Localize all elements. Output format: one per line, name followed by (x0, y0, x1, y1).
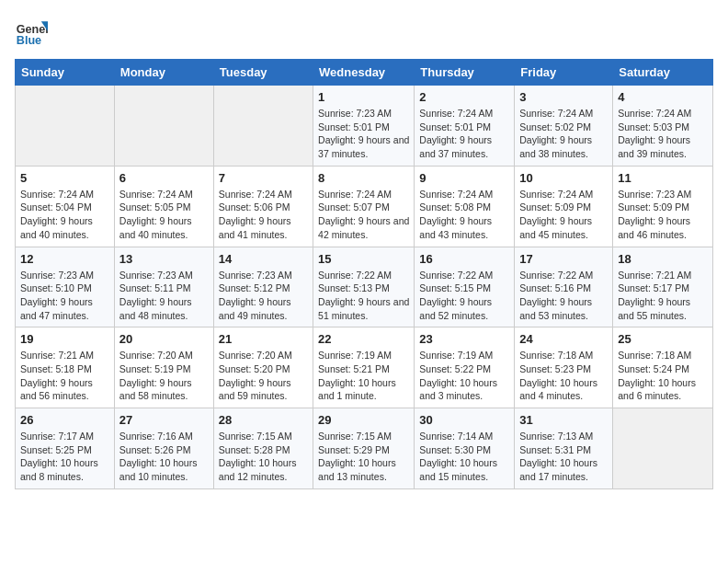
day-number: 27 (119, 413, 209, 427)
calendar-cell: 14Sunrise: 7:23 AM Sunset: 5:12 PM Dayli… (213, 247, 313, 327)
day-info: Sunrise: 7:23 AM Sunset: 5:11 PM Dayligh… (119, 269, 209, 323)
day-info: Sunrise: 7:22 AM Sunset: 5:15 PM Dayligh… (419, 269, 509, 323)
day-info: Sunrise: 7:24 AM Sunset: 5:06 PM Dayligh… (219, 188, 308, 242)
day-info: Sunrise: 7:24 AM Sunset: 5:07 PM Dayligh… (318, 188, 409, 242)
weekday-header-row: SundayMondayTuesdayWednesdayThursdayFrid… (16, 60, 713, 86)
day-number: 22 (318, 332, 409, 346)
calendar-cell (213, 86, 313, 167)
calendar-week-row: 26Sunrise: 7:17 AM Sunset: 5:25 PM Dayli… (16, 408, 713, 489)
day-info: Sunrise: 7:23 AM Sunset: 5:12 PM Dayligh… (219, 269, 308, 323)
day-number: 17 (519, 252, 608, 266)
day-info: Sunrise: 7:24 AM Sunset: 5:04 PM Dayligh… (20, 188, 109, 242)
weekday-header-cell: Wednesday (313, 60, 415, 86)
day-info: Sunrise: 7:24 AM Sunset: 5:09 PM Dayligh… (519, 188, 608, 242)
calendar-cell: 11Sunrise: 7:23 AM Sunset: 5:09 PM Dayli… (613, 166, 713, 247)
calendar-table: SundayMondayTuesdayWednesdayThursdayFrid… (15, 59, 713, 489)
day-number: 3 (519, 90, 608, 104)
day-number: 15 (318, 252, 409, 266)
calendar-body: 1Sunrise: 7:23 AM Sunset: 5:01 PM Daylig… (16, 86, 713, 489)
day-number: 9 (419, 171, 509, 185)
calendar-week-row: 12Sunrise: 7:23 AM Sunset: 5:10 PM Dayli… (16, 247, 713, 327)
day-number: 25 (618, 332, 708, 346)
day-number: 6 (119, 171, 209, 185)
page-header: General Blue (15, 15, 713, 48)
logo: General Blue (15, 15, 51, 48)
calendar-cell: 9Sunrise: 7:24 AM Sunset: 5:08 PM Daylig… (415, 166, 515, 247)
calendar-cell: 5Sunrise: 7:24 AM Sunset: 5:04 PM Daylig… (16, 166, 115, 247)
calendar-cell: 4Sunrise: 7:24 AM Sunset: 5:03 PM Daylig… (613, 86, 713, 167)
day-info: Sunrise: 7:24 AM Sunset: 5:02 PM Dayligh… (519, 107, 608, 161)
calendar-cell: 19Sunrise: 7:21 AM Sunset: 5:18 PM Dayli… (16, 327, 115, 408)
day-info: Sunrise: 7:18 AM Sunset: 5:24 PM Dayligh… (618, 349, 708, 403)
calendar-cell: 25Sunrise: 7:18 AM Sunset: 5:24 PM Dayli… (613, 327, 713, 408)
calendar-cell: 7Sunrise: 7:24 AM Sunset: 5:06 PM Daylig… (213, 166, 313, 247)
day-info: Sunrise: 7:16 AM Sunset: 5:26 PM Dayligh… (119, 430, 209, 484)
day-number: 23 (419, 332, 509, 346)
day-info: Sunrise: 7:20 AM Sunset: 5:20 PM Dayligh… (219, 349, 308, 403)
day-number: 29 (318, 413, 409, 427)
day-info: Sunrise: 7:18 AM Sunset: 5:23 PM Dayligh… (519, 349, 608, 403)
day-info: Sunrise: 7:23 AM Sunset: 5:09 PM Dayligh… (618, 188, 708, 242)
day-number: 4 (618, 90, 708, 104)
day-number: 5 (20, 171, 109, 185)
day-info: Sunrise: 7:20 AM Sunset: 5:19 PM Dayligh… (119, 349, 209, 403)
day-number: 28 (219, 413, 308, 427)
day-info: Sunrise: 7:24 AM Sunset: 5:05 PM Dayligh… (119, 188, 209, 242)
day-number: 7 (219, 171, 308, 185)
calendar-cell: 15Sunrise: 7:22 AM Sunset: 5:13 PM Dayli… (313, 247, 415, 327)
day-number: 10 (519, 171, 608, 185)
day-number: 19 (20, 332, 109, 346)
calendar-cell: 6Sunrise: 7:24 AM Sunset: 5:05 PM Daylig… (114, 166, 213, 247)
day-number: 11 (618, 171, 708, 185)
calendar-cell: 20Sunrise: 7:20 AM Sunset: 5:19 PM Dayli… (114, 327, 213, 408)
calendar-week-row: 1Sunrise: 7:23 AM Sunset: 5:01 PM Daylig… (16, 86, 713, 167)
calendar-cell: 22Sunrise: 7:19 AM Sunset: 5:21 PM Dayli… (313, 327, 415, 408)
day-number: 24 (519, 332, 608, 346)
day-number: 26 (20, 413, 109, 427)
calendar-cell: 31Sunrise: 7:13 AM Sunset: 5:31 PM Dayli… (515, 408, 613, 489)
calendar-cell: 12Sunrise: 7:23 AM Sunset: 5:10 PM Dayli… (16, 247, 115, 327)
day-info: Sunrise: 7:22 AM Sunset: 5:13 PM Dayligh… (318, 269, 409, 323)
calendar-week-row: 5Sunrise: 7:24 AM Sunset: 5:04 PM Daylig… (16, 166, 713, 247)
day-info: Sunrise: 7:19 AM Sunset: 5:22 PM Dayligh… (419, 349, 509, 403)
day-info: Sunrise: 7:24 AM Sunset: 5:08 PM Dayligh… (419, 188, 509, 242)
day-info: Sunrise: 7:24 AM Sunset: 5:03 PM Dayligh… (618, 107, 708, 161)
calendar-cell: 8Sunrise: 7:24 AM Sunset: 5:07 PM Daylig… (313, 166, 415, 247)
calendar-cell: 24Sunrise: 7:18 AM Sunset: 5:23 PM Dayli… (515, 327, 613, 408)
day-info: Sunrise: 7:17 AM Sunset: 5:25 PM Dayligh… (20, 430, 109, 484)
day-number: 14 (219, 252, 308, 266)
calendar-cell: 3Sunrise: 7:24 AM Sunset: 5:02 PM Daylig… (515, 86, 613, 167)
day-info: Sunrise: 7:21 AM Sunset: 5:18 PM Dayligh… (20, 349, 109, 403)
day-number: 30 (419, 413, 509, 427)
day-number: 13 (119, 252, 209, 266)
logo-icon: General Blue (15, 15, 48, 48)
day-info: Sunrise: 7:22 AM Sunset: 5:16 PM Dayligh… (519, 269, 608, 323)
svg-text:Blue: Blue (17, 34, 41, 47)
calendar-cell: 2Sunrise: 7:24 AM Sunset: 5:01 PM Daylig… (415, 86, 515, 167)
weekday-header-cell: Sunday (16, 60, 115, 86)
weekday-header-cell: Tuesday (213, 60, 313, 86)
weekday-header-cell: Thursday (415, 60, 515, 86)
calendar-cell: 21Sunrise: 7:20 AM Sunset: 5:20 PM Dayli… (213, 327, 313, 408)
calendar-cell: 28Sunrise: 7:15 AM Sunset: 5:28 PM Dayli… (213, 408, 313, 489)
day-info: Sunrise: 7:15 AM Sunset: 5:29 PM Dayligh… (318, 430, 409, 484)
day-info: Sunrise: 7:14 AM Sunset: 5:30 PM Dayligh… (419, 430, 509, 484)
day-number: 12 (20, 252, 109, 266)
weekday-header-cell: Monday (114, 60, 213, 86)
day-number: 20 (119, 332, 209, 346)
day-info: Sunrise: 7:15 AM Sunset: 5:28 PM Dayligh… (219, 430, 308, 484)
day-info: Sunrise: 7:23 AM Sunset: 5:01 PM Dayligh… (318, 107, 409, 161)
day-number: 16 (419, 252, 509, 266)
weekday-header-cell: Saturday (613, 60, 713, 86)
weekday-header-cell: Friday (515, 60, 613, 86)
calendar-cell (114, 86, 213, 167)
day-number: 18 (618, 252, 708, 266)
day-info: Sunrise: 7:19 AM Sunset: 5:21 PM Dayligh… (318, 349, 409, 403)
calendar-cell (613, 408, 713, 489)
calendar-cell: 27Sunrise: 7:16 AM Sunset: 5:26 PM Dayli… (114, 408, 213, 489)
calendar-cell: 10Sunrise: 7:24 AM Sunset: 5:09 PM Dayli… (515, 166, 613, 247)
calendar-cell: 23Sunrise: 7:19 AM Sunset: 5:22 PM Dayli… (415, 327, 515, 408)
day-number: 31 (519, 413, 608, 427)
day-number: 2 (419, 90, 509, 104)
calendar-week-row: 19Sunrise: 7:21 AM Sunset: 5:18 PM Dayli… (16, 327, 713, 408)
